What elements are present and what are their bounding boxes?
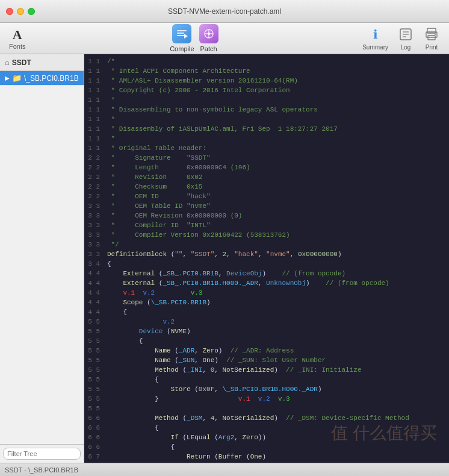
toolbar-center: Compile Patch <box>170 24 218 52</box>
print-icon <box>423 26 440 43</box>
compile-icon <box>172 24 191 43</box>
summary-label: Summary <box>362 44 388 51</box>
code-content[interactable]: 1 1 1 1 1 1 1 1 1 1 1 1 1 1 1 1 1 1 1 1 … <box>84 54 449 463</box>
svg-rect-12 <box>427 28 436 33</box>
svg-marker-3 <box>184 34 188 39</box>
minimize-button[interactable] <box>17 8 24 15</box>
toolbar: A Fonts Compile <box>0 23 449 54</box>
print-label: Print <box>426 44 438 51</box>
svg-rect-1 <box>177 33 184 34</box>
filter-tree-input[interactable] <box>3 448 81 460</box>
fonts-label: Fonts <box>9 43 26 50</box>
sidebar: ⌂ SSDT ▶ 📁 \_SB.PCI0.BR1B <box>0 54 84 463</box>
log-button[interactable]: Log <box>397 26 414 51</box>
code-editor[interactable]: 1 1 1 1 1 1 1 1 1 1 1 1 1 1 1 1 1 1 1 1 … <box>84 54 449 463</box>
window-title: SSDT-NVMe-extern-icon-patch.aml <box>168 7 281 16</box>
line-numbers: 1 1 1 1 1 1 1 1 1 1 1 1 1 1 1 1 1 1 1 1 … <box>84 54 102 463</box>
toolbar-buttons: Compile Patch <box>170 24 218 52</box>
patch-button[interactable]: Patch <box>199 24 218 52</box>
toolbar-right: ℹ Summary Log <box>362 26 440 51</box>
sidebar-item-sb-pci0-br1b[interactable]: ▶ 📁 \_SB.PCI0.BR1B <box>0 71 84 86</box>
code-lines: /* * Intel ACPI Component Architecture *… <box>102 54 449 463</box>
svg-point-15 <box>435 34 436 35</box>
title-bar: SSDT-NVMe-extern-icon-patch.aml <box>0 0 449 23</box>
maximize-button[interactable] <box>28 8 35 15</box>
arrow-icon: ▶ <box>5 75 10 81</box>
patch-label: Patch <box>200 45 217 52</box>
sidebar-header-row: ⌂ SSDT <box>5 58 79 67</box>
font-icon: A <box>13 27 22 43</box>
svg-rect-0 <box>177 30 187 31</box>
close-button[interactable] <box>6 8 13 15</box>
status-bar: SSDT - \_SB.PCI0.BR1B <box>0 463 449 476</box>
compile-label: Compile <box>170 45 194 52</box>
home-icon: ⌂ <box>5 58 10 67</box>
print-button[interactable]: Print <box>423 26 440 51</box>
sidebar-item-label: \_SB.PCI0.BR1B <box>24 74 79 83</box>
log-icon <box>397 26 414 43</box>
status-text: SSDT - \_SB.PCI0.BR1B <box>5 466 78 474</box>
sidebar-title: SSDT <box>12 58 31 67</box>
sidebar-search <box>0 444 84 463</box>
summary-button[interactable]: ℹ Summary <box>362 26 388 51</box>
svg-rect-2 <box>177 35 185 36</box>
fonts-button[interactable]: A Fonts <box>9 27 26 50</box>
folder-icon: 📁 <box>12 74 22 83</box>
toolbar-left: A Fonts <box>9 27 26 50</box>
log-label: Log <box>401 44 411 51</box>
compile-button[interactable]: Compile <box>170 24 194 52</box>
sidebar-header: ⌂ SSDT <box>0 54 84 71</box>
patch-icon <box>199 24 218 43</box>
traffic-lights <box>6 8 35 15</box>
summary-icon: ℹ <box>367 26 384 43</box>
main-content: ⌂ SSDT ▶ 📁 \_SB.PCI0.BR1B 1 1 1 1 1 1 1 … <box>0 54 449 463</box>
svg-point-7 <box>208 33 210 35</box>
